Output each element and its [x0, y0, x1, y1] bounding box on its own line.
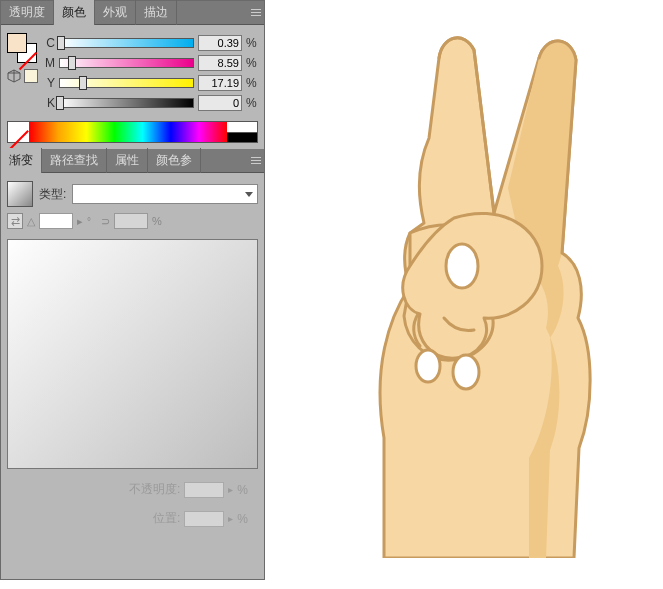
c-label: C — [43, 36, 55, 50]
fill-stroke-swatch[interactable] — [7, 33, 37, 63]
chevron-right-icon[interactable]: ▸ — [77, 215, 83, 228]
svg-point-11 — [453, 355, 479, 389]
gradient-preview-swatch[interactable] — [7, 181, 33, 207]
aspect-icon: ⊃ — [101, 215, 110, 228]
panel-menu-icon[interactable] — [248, 153, 264, 169]
fill-swatch[interactable] — [7, 33, 27, 53]
cube-icon — [7, 69, 21, 83]
y-label: Y — [43, 76, 55, 90]
tab-pathfinder[interactable]: 路径查找 — [42, 148, 107, 173]
y-slider[interactable] — [59, 78, 194, 88]
svg-point-10 — [416, 350, 440, 382]
tab-color[interactable]: 颜色 — [54, 0, 95, 25]
gradient-panel-body: 类型: ⇄ △ ▸ ° ⊃ % 不透明度: ▸ % 位置: ▸ % — [1, 173, 264, 535]
svg-rect-1 — [251, 12, 261, 13]
artboard — [265, 0, 663, 589]
cmyk-sliders: C % M % Y % K — [43, 33, 258, 113]
panels-column: 透明度 颜色 外观 描边 C — [0, 0, 265, 580]
tab-color-reference[interactable]: 颜色参 — [148, 148, 201, 173]
svg-rect-0 — [251, 9, 261, 10]
m-slider[interactable] — [59, 58, 194, 68]
location-unit: % — [237, 512, 248, 526]
c-pct: % — [246, 36, 258, 50]
k-label: K — [43, 96, 55, 110]
svg-rect-2 — [251, 15, 261, 16]
secondary-swatch[interactable] — [24, 69, 38, 83]
victory-hand-illustration — [294, 18, 634, 558]
tab-attributes[interactable]: 属性 — [107, 148, 148, 173]
k-value[interactable] — [198, 95, 242, 111]
tab-appearance[interactable]: 外观 — [95, 0, 136, 25]
aspect-pct: % — [152, 215, 162, 227]
opacity-unit: % — [237, 483, 248, 497]
tab-opacity[interactable]: 透明度 — [1, 0, 54, 25]
svg-rect-8 — [251, 163, 261, 164]
tab-stroke[interactable]: 描边 — [136, 0, 177, 25]
none-swatch-icon[interactable] — [8, 122, 30, 142]
svg-point-9 — [446, 244, 478, 288]
panel-menu-icon[interactable] — [248, 5, 264, 21]
reverse-gradient-icon[interactable]: ⇄ — [7, 213, 23, 229]
svg-rect-7 — [251, 160, 261, 161]
y-pct: % — [246, 76, 258, 90]
stop-opacity-input — [184, 482, 224, 498]
k-pct: % — [246, 96, 258, 110]
color-panel-tabs: 透明度 颜色 外观 描边 — [1, 1, 264, 25]
spectrum-bar[interactable] — [7, 121, 258, 143]
m-pct: % — [246, 56, 258, 70]
aspect-input[interactable] — [114, 213, 148, 229]
k-slider[interactable] — [59, 98, 194, 108]
opacity-label: 不透明度: — [129, 481, 180, 498]
gradient-panel-tabs: 渐变 路径查找 属性 颜色参 — [1, 149, 264, 173]
m-value[interactable] — [198, 55, 242, 71]
gradient-ramp-preview[interactable] — [7, 239, 258, 469]
location-label: 位置: — [153, 510, 180, 527]
gradient-type-select[interactable] — [72, 184, 258, 204]
type-label: 类型: — [39, 186, 66, 203]
c-value[interactable] — [198, 35, 242, 51]
tab-gradient[interactable]: 渐变 — [1, 148, 42, 173]
y-value[interactable] — [198, 75, 242, 91]
c-slider[interactable] — [59, 38, 194, 48]
m-label: M — [43, 56, 55, 70]
svg-rect-6 — [251, 157, 261, 158]
stop-location-input — [184, 511, 224, 527]
color-panel-body: C % M % Y % K — [1, 25, 264, 149]
angle-input[interactable] — [39, 213, 73, 229]
